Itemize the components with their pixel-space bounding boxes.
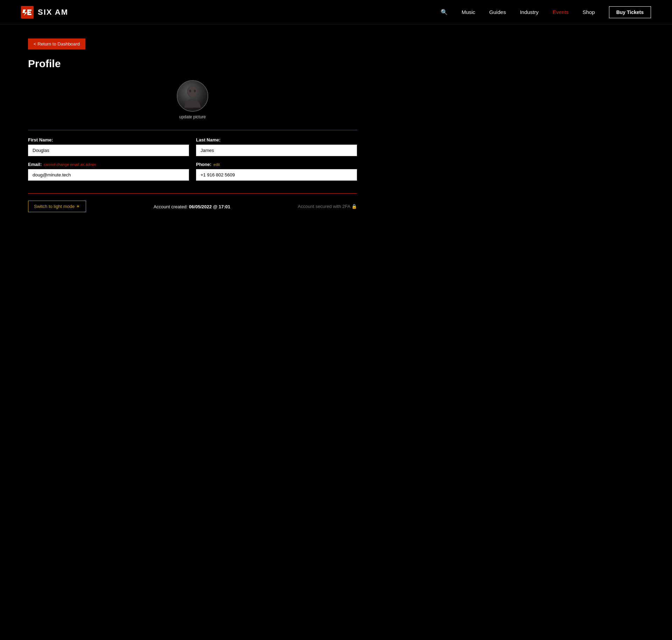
page-title: Profile (28, 58, 357, 70)
logo-text: SIX AM (38, 8, 68, 17)
email-group: Email: cannot change email as admin (28, 162, 189, 181)
phone-note[interactable]: edit (214, 162, 220, 167)
profile-footer: Switch to light mode ☀ Account created: … (28, 194, 357, 219)
phone-label: Phone: edit (196, 162, 357, 167)
first-name-input[interactable] (28, 145, 189, 156)
last-name-input[interactable] (196, 145, 357, 156)
email-input[interactable] (28, 169, 189, 181)
nav-shop[interactable]: Shop (583, 9, 595, 15)
profile-form: First Name: Last Name: Email: cannot cha… (28, 130, 357, 194)
svg-point-5 (194, 90, 196, 92)
email-label: Email: cannot change email as admin (28, 162, 189, 167)
nav-events[interactable]: Events (553, 9, 569, 15)
avatar-image (177, 81, 208, 111)
email-note: cannot change email as admin (44, 162, 96, 167)
nav-industry[interactable]: Industry (520, 9, 538, 15)
return-to-dashboard-button[interactable]: < Return to Dashboard (28, 39, 85, 49)
last-name-group: Last Name: (196, 137, 357, 156)
first-name-label: First Name: (28, 137, 189, 142)
contact-row: Email: cannot change email as admin Phon… (28, 162, 357, 181)
first-name-group: First Name: (28, 137, 189, 156)
last-name-label: Last Name: (196, 137, 357, 142)
name-row: First Name: Last Name: (28, 137, 357, 156)
account-created-value: 06/05/2022 @ 17:01 (189, 204, 230, 209)
nav-guides[interactable]: Guides (489, 9, 506, 15)
account-created: Account created: 06/05/2022 @ 17:01 (154, 203, 230, 210)
phone-input[interactable] (196, 169, 357, 181)
switch-mode-button[interactable]: Switch to light mode ☀ (28, 201, 86, 212)
logo-icon (21, 6, 34, 19)
svg-point-4 (189, 90, 191, 92)
update-picture-link[interactable]: update picture (179, 114, 206, 119)
svg-point-3 (188, 86, 197, 97)
logo[interactable]: SIX AM (21, 6, 68, 19)
phone-group: Phone: edit (196, 162, 357, 181)
buy-tickets-button[interactable]: Buy Tickets (609, 6, 651, 18)
main-nav: 🔍 Music Guides Industry Events Shop Buy … (441, 6, 651, 18)
avatar[interactable] (177, 80, 208, 112)
account-created-label: Account created: 06/05/2022 @ 17:01 (154, 204, 230, 209)
search-icon[interactable]: 🔍 (441, 9, 448, 15)
account-secured-label: Account secured with 2FA 🔒 (298, 204, 357, 209)
nav-music[interactable]: Music (462, 9, 475, 15)
avatar-section: update picture (28, 80, 357, 119)
